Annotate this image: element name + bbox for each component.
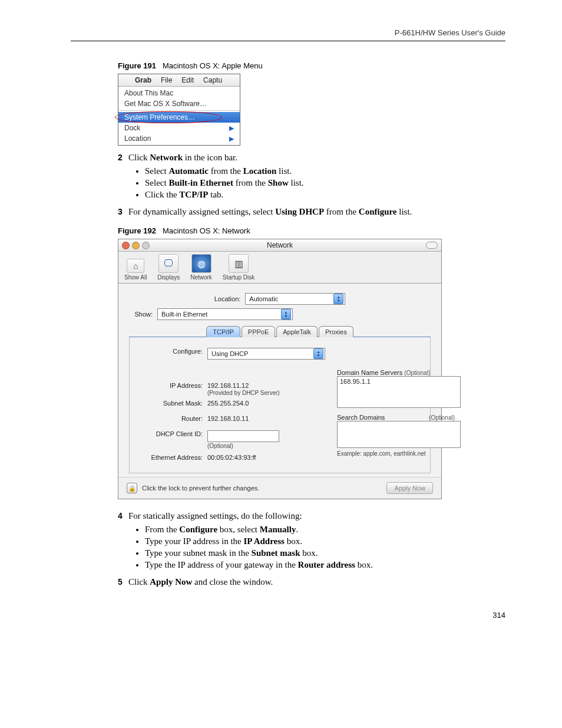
- t: list.: [276, 166, 292, 176]
- tab-proxies[interactable]: Proxies: [319, 326, 353, 337]
- t: Click: [128, 153, 150, 162]
- figure-192-network-window: Network ⌂ Show All 🖵 Displays ◍ Network …: [118, 239, 442, 499]
- menubar: Grab File Edit Captu: [118, 74, 240, 87]
- chevron-right-icon: ▶: [229, 135, 234, 143]
- step-5-number: 5: [118, 577, 128, 587]
- t: tab.: [209, 190, 224, 199]
- tab-appletalk[interactable]: AppleTalk: [276, 326, 318, 337]
- t: Type the IP address of your gateway in t…: [145, 560, 298, 569]
- step-2: 2 Click Network in the icon bar.: [118, 153, 505, 163]
- t: from the: [324, 207, 359, 216]
- panel-body: Location: Automatic ▲▼ Show: Built-in Et…: [118, 284, 441, 477]
- location-label: Location:: [214, 295, 241, 302]
- step-4: 4 For statically assigned settings, do t…: [118, 511, 505, 521]
- figure-191: Grab File Edit Captu About This Mac Get …: [118, 74, 240, 146]
- figure-191-text: Macintosh OS X: Apple Menu: [163, 61, 263, 70]
- menubar-file[interactable]: File: [156, 76, 177, 84]
- display-icon: 🖵: [158, 254, 178, 273]
- t: box.: [300, 548, 318, 558]
- startup-disk-icon: ▥: [229, 254, 249, 273]
- subnet-label: Subnet Mask:: [138, 400, 203, 407]
- tabs: TCP/IP PPPoE AppleTalk Proxies: [129, 326, 431, 337]
- show-value: Built-in Ethernet: [161, 311, 207, 318]
- dns-input[interactable]: 168.95.1.1: [337, 376, 461, 408]
- bullet: Select Built-in Ethernet from the Show l…: [145, 178, 505, 188]
- bullet: Type the IP address of your gateway in t…: [145, 560, 505, 570]
- t: list.: [397, 207, 412, 216]
- t: in the icon bar.: [183, 153, 237, 162]
- t: Domain Name Servers: [337, 369, 402, 376]
- step-4-bullets: From the Configure box, select Manually.…: [145, 525, 505, 570]
- chevron-right-icon: ▶: [229, 124, 234, 132]
- t: Select: [145, 166, 168, 176]
- toolbar-label: Show All: [124, 274, 147, 281]
- t: Configure: [179, 525, 217, 534]
- t: 192.168.11.12: [207, 382, 249, 389]
- tab-pppoe[interactable]: PPPoE: [242, 326, 275, 337]
- configure-label: Configure:: [138, 348, 203, 355]
- menu-dock-label: Dock: [124, 124, 140, 132]
- bullet: Type your IP address in the IP Address b…: [145, 536, 505, 546]
- menubar-edit[interactable]: Edit: [177, 76, 199, 84]
- figure-191-caption: Figure 191 Macintosh OS X: Apple Menu: [118, 61, 505, 70]
- t: box.: [355, 560, 373, 569]
- dhcp-note: (Optional): [207, 443, 233, 449]
- t: From the: [145, 525, 179, 534]
- dns-label: Domain Name Servers (Optional): [337, 369, 461, 376]
- menu-system-preferences[interactable]: System Preferences…: [118, 112, 240, 123]
- toolbar-startup-disk[interactable]: ▥ Startup Disk: [223, 254, 254, 281]
- step-2-bullets: Select Automatic from the Location list.…: [145, 166, 505, 200]
- t: Subnet mask: [252, 548, 300, 558]
- t: Router address: [298, 560, 355, 569]
- dhcp-client-id-label: DHCP Client ID:: [138, 430, 203, 437]
- toolbar-show-all[interactable]: ⌂ Show All: [124, 259, 147, 281]
- t: Configure: [359, 207, 397, 216]
- lock-area[interactable]: 🔒 Click the lock to prevent further chan…: [127, 483, 259, 493]
- show-select[interactable]: Built-in Ethernet ▲▼: [157, 308, 293, 320]
- show-all-icon: ⌂: [127, 259, 144, 273]
- t: Click the: [145, 190, 179, 199]
- t: Using DHCP: [275, 207, 324, 216]
- search-domains-input[interactable]: [337, 421, 461, 448]
- bullet: Click the TCP/IP tab.: [145, 190, 505, 200]
- lock-text: Click the lock to prevent further change…: [142, 485, 259, 492]
- toolbar-displays[interactable]: 🖵 Displays: [157, 254, 180, 281]
- menu-location[interactable]: Location ▶: [118, 133, 240, 144]
- t: Show: [268, 178, 289, 187]
- menu-about-this-mac[interactable]: About This Mac: [118, 88, 240, 98]
- menu-separator: [118, 110, 240, 111]
- apply-now-button[interactable]: Apply Now: [386, 482, 433, 494]
- menu-get-software[interactable]: Get Mac OS X Software…: [118, 98, 240, 109]
- t: For dynamically assigned settings, selec…: [128, 207, 275, 216]
- chevron-updown-icon: ▲▼: [333, 294, 343, 304]
- menubar-app[interactable]: Grab: [130, 76, 156, 84]
- toolbar-label: Displays: [157, 274, 180, 281]
- search-domains-label: Search Domains: [337, 414, 385, 421]
- t: Type your IP address in the: [145, 536, 244, 546]
- toolbar-toggle-icon[interactable]: [426, 242, 438, 249]
- ethernet-value: 00:05:02:43:93:ff: [207, 454, 256, 461]
- menu-dock[interactable]: Dock ▶: [118, 123, 240, 133]
- dhcp-client-id-input[interactable]: [207, 430, 279, 442]
- subnet-value: 255.255.254.0: [207, 400, 249, 407]
- toolbar-network[interactable]: ◍ Network: [190, 254, 212, 281]
- header-guide-title: P-661H/HW Series User's Guide: [71, 28, 505, 37]
- t: box, select: [217, 525, 260, 534]
- t: Apply Now: [150, 577, 192, 587]
- t: (Optional): [404, 370, 430, 376]
- t: from the: [233, 178, 268, 187]
- router-value: 192.168.10.11: [207, 415, 249, 422]
- network-icon: ◍: [191, 254, 211, 273]
- menubar-capture[interactable]: Captu: [199, 76, 227, 84]
- location-select[interactable]: Automatic ▲▼: [245, 293, 345, 305]
- t: .: [296, 525, 298, 534]
- tab-tcpip[interactable]: TCP/IP: [206, 326, 240, 337]
- t: Automatic: [168, 166, 209, 176]
- t: Click: [128, 577, 150, 587]
- lock-icon: 🔒: [127, 483, 137, 493]
- step-4-number: 4: [118, 511, 128, 521]
- window-footer: 🔒 Click the lock to prevent further chan…: [118, 477, 441, 499]
- configure-select[interactable]: Using DHCP ▲▼: [207, 348, 325, 360]
- t: Manually: [260, 525, 296, 534]
- tcpip-pane: Configure: Using DHCP ▲▼ IP Address: 192…: [129, 337, 431, 473]
